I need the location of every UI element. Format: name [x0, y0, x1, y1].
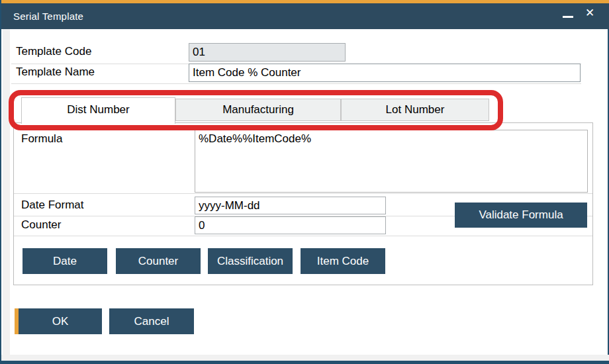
- date-format-label: Date Format: [21, 199, 83, 212]
- minimize-icon: [563, 16, 573, 18]
- row-divider: [14, 236, 592, 236]
- dialog-bottom-border: [1, 361, 609, 364]
- template-name-field[interactable]: [189, 64, 581, 82]
- counter-field[interactable]: [195, 216, 386, 234]
- left-gutter: [3, 29, 10, 356]
- counter-label: Counter: [21, 218, 61, 232]
- row-divider: [14, 193, 592, 194]
- tab-lot-number[interactable]: Lot Number: [341, 99, 489, 121]
- dialog-title: Serial Template: [13, 11, 83, 22]
- insert-date-button[interactable]: Date: [23, 248, 107, 274]
- date-format-field[interactable]: [195, 197, 386, 214]
- tab-label: Manufacturing: [222, 103, 294, 116]
- serial-template-dialog: Serial Template ✕ Template Code Template…: [0, 0, 609, 364]
- template-code-label: Template Code: [16, 45, 91, 58]
- tab-label: Dist Number: [67, 103, 129, 116]
- validate-formula-button[interactable]: Validate Formula: [455, 203, 587, 228]
- close-icon: ✕: [585, 6, 594, 20]
- insert-classification-button[interactable]: Classification: [208, 248, 293, 274]
- close-button[interactable]: ✕: [580, 0, 600, 26]
- template-code-field[interactable]: [189, 43, 346, 62]
- bottom-gutter: [1, 355, 609, 361]
- titlebar: Serial Template: [1, 3, 609, 29]
- formula-field[interactable]: %Date%%ItemCode%: [195, 130, 588, 193]
- template-name-label: Template Name: [16, 66, 95, 79]
- row-divider: [11, 83, 581, 84]
- ok-button[interactable]: OK: [15, 308, 102, 334]
- insert-item-code-button[interactable]: Item Code: [301, 248, 385, 274]
- tab-label: Lot Number: [386, 103, 445, 116]
- minimize-button[interactable]: [558, 0, 578, 26]
- tab-dist-number[interactable]: Dist Number: [21, 97, 175, 124]
- cancel-button[interactable]: Cancel: [109, 308, 194, 334]
- formula-label: Formula: [21, 132, 62, 146]
- tab-manufacturing[interactable]: Manufacturing: [175, 99, 341, 121]
- insert-counter-button[interactable]: Counter: [116, 248, 201, 274]
